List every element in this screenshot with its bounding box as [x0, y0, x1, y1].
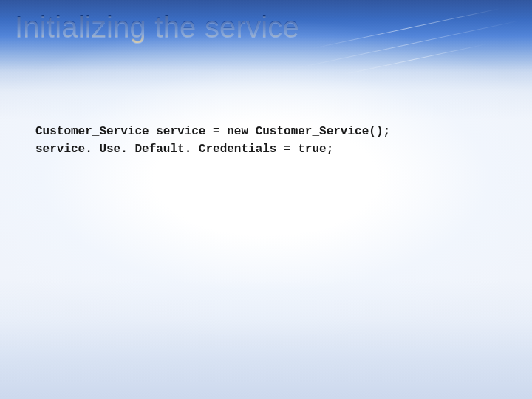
- banner-streak-icon: [341, 44, 486, 75]
- slide-title: Initializing the service: [15, 10, 299, 44]
- code-snippet: Customer_Service service = new Customer_…: [35, 105, 502, 176]
- code-line-1: Customer_Service service = new Customer_…: [35, 123, 502, 140]
- code-line-2: service. Use. Default. Credentials = tru…: [35, 140, 502, 158]
